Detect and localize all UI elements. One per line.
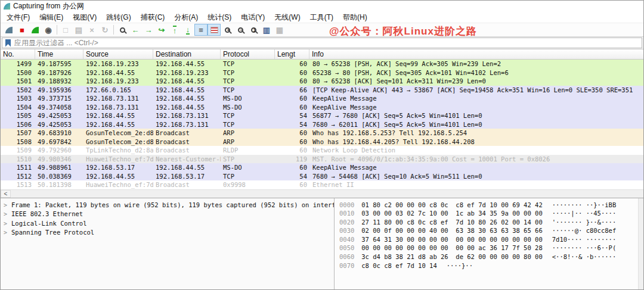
open-file-icon[interactable]: □ [59,24,72,36]
expander-icon[interactable]: > [4,229,7,236]
start-capture-icon[interactable] [2,24,16,36]
cell-no: 1512 [1,172,35,181]
bookmark-icon[interactable] [5,39,11,47]
scrollbar-track[interactable] [11,190,643,198]
column-table-icon: ▦ [276,26,283,34]
menu-item-2[interactable]: 视图(V) [68,12,101,23]
cell-time: 50.181398 [35,180,83,189]
hex-ascii: ········ ···6··P( [552,244,616,251]
save-file-icon[interactable]: ▤ [72,24,85,36]
menu-item-10[interactable]: 帮助(H) [338,12,372,23]
hex-row[interactable]: 0070c8 0c c8 ef 7d 10 14····}·· [335,261,638,270]
hex-row[interactable]: 00603c d4 b8 38 21 d8 ab 26 de 62 00 00 … [335,252,638,261]
column-header-destination[interactable]: Destination [153,49,221,59]
column-header-no[interactable]: No. [1,49,35,59]
zoom-out-icon[interactable]: − [234,24,247,36]
reload-icon[interactable]: ↻ [98,24,112,36]
packet-row[interactable]: 150849.697842GosunTelecom_2e:d8:…Broadca… [1,138,643,146]
cell-length: 60 [275,94,309,103]
hex-bytes: 02 00 0f 00 00 00 40 00 63 38 30 63 63 3… [361,227,542,234]
packet-row[interactable]: 150049.187926192.168.44.55192.168.19.233… [1,68,643,77]
packet-row[interactable]: 150149.188932192.168.19.233192.168.44.55… [1,77,643,86]
auto-scroll-icon[interactable]: ≡ [194,24,208,36]
bottom-panes: >Frame 1: Packet, 119 bytes on wire (952… [1,198,643,290]
hex-bytes: 3c d4 b8 38 21 d8 ab 26 de 62 00 00 00 0… [361,253,542,260]
scroll-left-arrow-icon[interactable]: < [1,190,11,198]
menu-item-5[interactable]: 分析(A) [169,12,203,23]
cell-length: 60 [275,146,309,155]
close-file-icon[interactable]: × [85,24,98,36]
packet-row[interactable]: 150349.373715192.168.73.131192.168.44.55… [1,94,643,103]
hex-row[interactable]: 005000 00 00 00 00 00 00 00 00 00 ac 36 … [335,244,638,252]
hex-ascii: ·····|·· ··45···· [552,210,616,217]
column-header-source[interactable]: Source [83,49,153,59]
restart-capture-icon[interactable] [29,24,42,36]
packet-row[interactable]: 151350.181398HuaweiTechno_ef:7d:…Broadca… [1,180,643,189]
hex-row[interactable]: 001003 00 00 03 02 7c 10 00 1c ab 34 35 … [335,209,638,218]
packet-row[interactable]: 150749.683910GosunTelecom_2e:d8:…Broadca… [1,129,643,138]
go-forward-icon[interactable]: → [142,24,155,36]
packet-row[interactable]: 150449.374058192.168.73.131192.168.44.55… [1,103,643,112]
cell-length: 66 [275,86,309,95]
detail-tree-item[interactable]: >Frame 1: Packet, 119 bytes on wire (952… [1,201,334,210]
go-last-packet-icon[interactable]: ↓ [181,24,194,36]
column-header-protocol[interactable]: Protocol [221,49,275,59]
packet-row[interactable]: 150949.792960TpLinkTechno_d2:8a:…Broadca… [1,146,643,155]
packet-row[interactable]: 150249.195936172.66.0.165192.168.44.55TC… [1,86,643,95]
packet-row[interactable]: 151049.980346HuaweiTechno_ef:7d:…Nearest… [1,155,643,164]
go-back-icon[interactable]: ← [129,24,142,36]
detail-tree-item[interactable]: >Logical-Link Control [1,219,334,229]
packet-row[interactable]: 151149.988961192.168.53.17192.168.44.55M… [1,163,643,172]
resize-columns-icon[interactable]: ▥ [260,24,273,36]
vertical-scrollbar[interactable] [638,198,643,290]
horizontal-scrollbar[interactable]: < [1,189,643,198]
capture-options-icon[interactable]: ◉ [42,24,55,36]
column-header-lengt[interactable]: Lengt [275,49,309,59]
packet-row[interactable]: 149949.187595192.168.19.233192.168.44.55… [1,60,643,68]
colorize-icon[interactable] [208,24,221,36]
go-first-packet-icon[interactable]: ↑ [168,24,181,36]
hex-row[interactable]: 000001 80 c2 00 00 00 c8 0c c8 ef 7d 10 … [335,201,638,210]
menu-item-8[interactable]: 无线(W) [270,12,305,23]
detail-tree-item[interactable]: >IEEE 802.3 Ethernet [1,210,334,219]
packet-row[interactable]: 150549.425053192.168.44.55192.168.73.131… [1,111,643,120]
cell-protocol: TCP [221,172,275,181]
hex-offset: 0040 [335,236,354,243]
hex-row[interactable]: 002027 11 80 00 c8 0c c8 ef 7d 10 80 26 … [335,218,638,227]
menu-item-1[interactable]: 编辑(E) [35,12,68,23]
cell-length: 60 [275,77,309,86]
hex-offset: 0000 [335,201,354,208]
zoom-in-icon[interactable]: + [221,24,234,36]
menu-item-0[interactable]: 文件(F) [2,12,35,23]
hex-row[interactable]: 004037 64 31 30 00 00 00 00 00 00 00 00 … [335,235,638,244]
expander-icon[interactable]: > [4,202,7,208]
menu-item-6[interactable]: 统计(S) [203,12,236,23]
cell-protocol: ARP [221,129,275,138]
packet-row[interactable]: 150649.425053192.168.44.55192.168.73.131… [1,120,643,129]
menu-item-7[interactable]: 电话(Y) [236,12,270,23]
hex-row[interactable]: 003002 00 0f 00 00 00 40 00 63 38 30 63 … [335,226,638,235]
cell-protocol: MS-DO [221,103,275,112]
menu-item-3[interactable]: 跳转(G) [101,12,135,23]
cell-info: 80 → 65238 [ACK] Seq=101 Ack=311 Win=239… [309,77,643,86]
menu-item-4[interactable]: 捕获(C) [136,12,170,23]
zoom-in-icon: + [225,27,230,33]
menu-item-9[interactable]: 工具(T) [305,12,338,23]
packet-row[interactable]: 151250.038369192.168.44.55192.168.53.17T… [1,172,643,181]
display-filter-input[interactable]: 应用显示过滤器 ... <Ctrl-/> [2,38,642,48]
go-to-packet-icon[interactable]: ↪ [155,24,168,36]
column-header-time[interactable]: Time [35,49,83,59]
cell-no: 1500 [1,68,35,77]
capture-options-icon: ◉ [45,26,51,34]
cell-no: 1499 [1,60,35,68]
column-header-info[interactable]: Info [309,49,643,59]
detail-tree-item[interactable]: >Spanning Tree Protocol [1,228,334,238]
find-packet-icon[interactable] [116,24,129,36]
zoom-100-icon[interactable]: 1 [247,24,260,36]
stop-capture-icon[interactable]: ■ [16,24,29,36]
expander-icon[interactable]: > [4,211,7,217]
cell-source: TpLinkTechno_d2:8a:… [83,146,153,155]
cell-length: 54 [275,172,309,181]
expander-icon[interactable]: > [4,220,7,227]
column-table-icon[interactable]: ▦ [273,24,286,36]
